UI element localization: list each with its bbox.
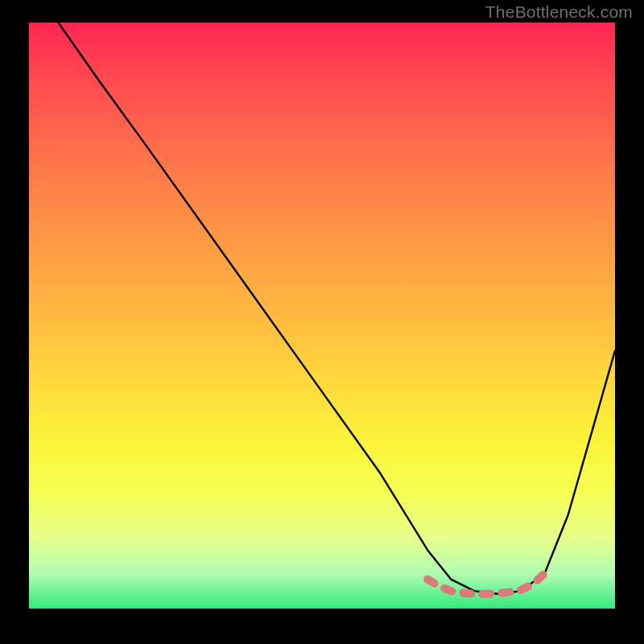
optimal-range-marker [427, 573, 545, 593]
watermark-label: TheBottleneck.com [485, 2, 633, 22]
chart-frame: TheBottleneck.com [0, 0, 644, 644]
bottleneck-curve [58, 23, 615, 594]
plot-area [29, 23, 615, 609]
chart-svg [29, 23, 615, 609]
